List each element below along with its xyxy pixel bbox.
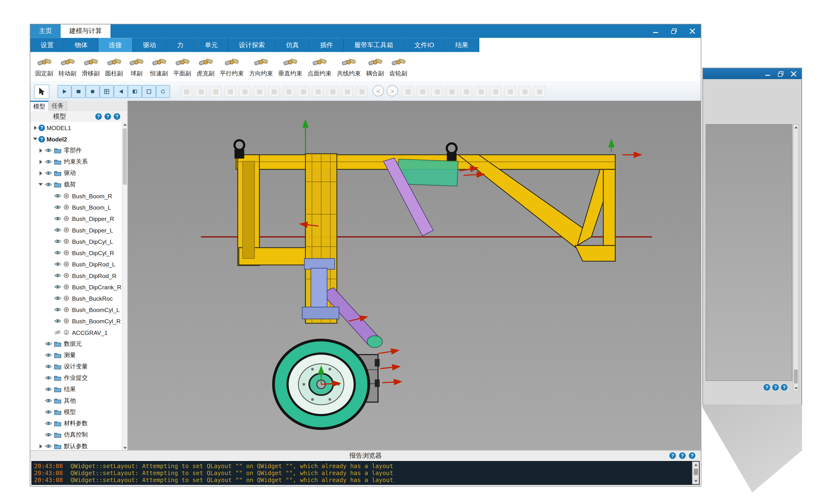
tool-圆柱副[interactable]: 圆柱副	[102, 55, 126, 79]
quick-tool-7-icon[interactable]	[142, 85, 156, 98]
scroll-up-icon[interactable]	[793, 125, 798, 130]
visibility-icon[interactable]	[54, 318, 61, 324]
secondary-window-viewport[interactable]	[706, 124, 792, 381]
quick-tool-5-icon[interactable]	[114, 85, 128, 98]
tree-item-载荷[interactable]: 载荷	[30, 179, 122, 190]
ribbon-tab-连接[interactable]: 连接	[98, 38, 133, 52]
viewport-3d[interactable]	[128, 101, 701, 451]
ribbon-tab-力[interactable]: 力	[167, 38, 195, 52]
visibility-icon[interactable]	[45, 352, 52, 358]
nav-forward-button[interactable]: >	[387, 85, 398, 96]
scroll-down-icon[interactable]	[793, 386, 798, 391]
tool-固定副[interactable]: 固定副	[32, 55, 56, 79]
visibility-icon[interactable]	[54, 261, 61, 267]
visibility-icon[interactable]	[45, 409, 52, 415]
quick-tool-1-icon[interactable]	[57, 85, 71, 98]
help-icon[interactable]: ?	[764, 384, 770, 391]
help-icon[interactable]: ?	[39, 136, 45, 142]
tree-item-Bush_Boom_L[interactable]: Bush_Boom_L	[30, 202, 122, 213]
visibility-icon[interactable]	[54, 204, 61, 210]
help-icon[interactable]: ?	[95, 113, 102, 120]
tool-虎克副[interactable]: 虎克副	[194, 55, 217, 79]
ribbon-tab-驱动[interactable]: 驱动	[133, 38, 167, 52]
tree-item-Bush_Boom_R[interactable]: Bush_Boom_R	[30, 190, 122, 201]
scroll-down-icon[interactable]	[122, 445, 127, 451]
restore-button[interactable]	[668, 26, 679, 36]
tree-item-ACCGRAV_1[interactable]: ACCGRAV_1	[30, 327, 122, 338]
tree-item-材料参数[interactable]: 材料参数	[30, 418, 122, 429]
help-icon[interactable]: ?	[39, 124, 45, 131]
tree-item-测量[interactable]: 测量	[30, 349, 122, 361]
collapse-icon[interactable]	[32, 137, 39, 140]
tree-item-Bush_DipCrank_R[interactable]: Bush_DipCrank_R	[30, 281, 122, 292]
tree-item-零部件[interactable]: 零部件	[30, 145, 122, 156]
secondary-window-scrollbar[interactable]	[793, 124, 799, 392]
scroll-down-icon[interactable]	[693, 479, 699, 484]
scrollbar-thumb[interactable]	[694, 468, 698, 475]
tool-球副[interactable]: 球副	[126, 55, 147, 79]
tree-item-MODEL1[interactable]: ?MODEL1	[30, 122, 122, 133]
visibility-icon[interactable]	[45, 159, 52, 165]
help-icon[interactable]: ?	[105, 113, 111, 120]
ribbon-tab-仿真[interactable]: 仿真	[276, 38, 310, 52]
visibility-icon[interactable]	[45, 364, 52, 370]
scrollbar-thumb[interactable]	[794, 370, 798, 384]
tree-item-Bush_Dipper_R[interactable]: Bush_Dipper_R	[30, 213, 122, 224]
tree-item-Bush_BoomCyl_L[interactable]: Bush_BoomCyl_L	[30, 304, 122, 315]
tool-点面约束[interactable]: 点面约束	[305, 55, 334, 79]
visibility-icon[interactable]	[54, 227, 61, 233]
visibility-icon[interactable]	[45, 181, 52, 188]
visibility-icon[interactable]	[45, 386, 52, 392]
panel-tab-任务[interactable]: 任务	[49, 101, 67, 111]
log-scrollbar[interactable]	[692, 462, 699, 484]
tree-item-Bush_DipRod_R[interactable]: Bush_DipRod_R	[30, 270, 122, 281]
help-icon[interactable]: ?	[679, 453, 686, 459]
visibility-icon[interactable]	[45, 432, 52, 438]
nav-back-button[interactable]: <	[373, 85, 384, 96]
tool-平行约束[interactable]: 平行约束	[217, 55, 246, 79]
expand-icon[interactable]	[37, 171, 44, 175]
popup-minimize-button[interactable]	[764, 70, 771, 77]
message-log[interactable]: 20:43:08QWidget::setLayout: Attempting t…	[31, 461, 700, 485]
scroll-up-icon[interactable]	[122, 122, 127, 127]
tree-item-约束关系[interactable]: 约束关系	[30, 156, 122, 168]
help-icon[interactable]: ?	[114, 113, 120, 120]
tool-滑移副[interactable]: 滑移副	[79, 55, 102, 79]
visibility-icon[interactable]	[54, 295, 61, 301]
help-icon[interactable]: ?	[772, 384, 779, 391]
visibility-icon[interactable]	[54, 272, 61, 279]
tree-item-模型[interactable]: 模型	[30, 407, 122, 418]
tool-垂直约束[interactable]: 垂直约束	[276, 55, 305, 79]
help-icon[interactable]: ?	[781, 384, 788, 391]
tool-转动副[interactable]: 转动副	[56, 55, 79, 79]
help-icon[interactable]: ?	[669, 453, 676, 459]
tool-共线约束[interactable]: 共线约束	[334, 55, 363, 79]
visibility-icon[interactable]	[54, 284, 61, 290]
tree-item-仿真控制[interactable]: 仿真控制	[30, 429, 122, 440]
tool-齿轮副[interactable]: 齿轮副	[387, 55, 410, 79]
popup-restore-button[interactable]	[777, 70, 784, 77]
tree-item-其他[interactable]: 其他	[30, 395, 122, 406]
title-tab-2[interactable]: 建模与计算	[61, 24, 111, 38]
panel-tab-模型[interactable]: 模型	[30, 101, 49, 111]
visibility-icon[interactable]	[54, 193, 61, 199]
tree-item-Bush_DipCyl_R[interactable]: Bush_DipCyl_R	[30, 247, 122, 258]
ribbon-tab-设置[interactable]: 设置	[30, 38, 65, 52]
expand-icon[interactable]	[37, 444, 44, 448]
help-icon[interactable]: ?	[689, 453, 695, 459]
tree-scrollbar[interactable]	[122, 122, 127, 451]
visibility-icon[interactable]	[54, 216, 61, 222]
quick-tool-6-icon[interactable]	[128, 85, 142, 98]
popup-close-button[interactable]	[790, 70, 797, 77]
expand-icon[interactable]	[37, 159, 44, 164]
tree-item-驱动[interactable]: 驱动	[30, 168, 122, 179]
tree-item-Bush_Dipper_L[interactable]: Bush_Dipper_L	[30, 224, 122, 236]
ribbon-tab-设计探索[interactable]: 设计探索	[228, 38, 276, 52]
quick-tool-8-icon[interactable]	[156, 85, 170, 98]
select-cursor-icon[interactable]	[34, 85, 49, 98]
ribbon-tab-插件[interactable]: 插件	[310, 38, 344, 52]
visibility-icon[interactable]	[45, 341, 52, 347]
visibility-off-icon[interactable]	[54, 329, 61, 335]
tree-item-Bush_DipRod_L[interactable]: Bush_DipRod_L	[30, 259, 122, 270]
tool-耦合副[interactable]: 耦合副	[364, 55, 387, 79]
